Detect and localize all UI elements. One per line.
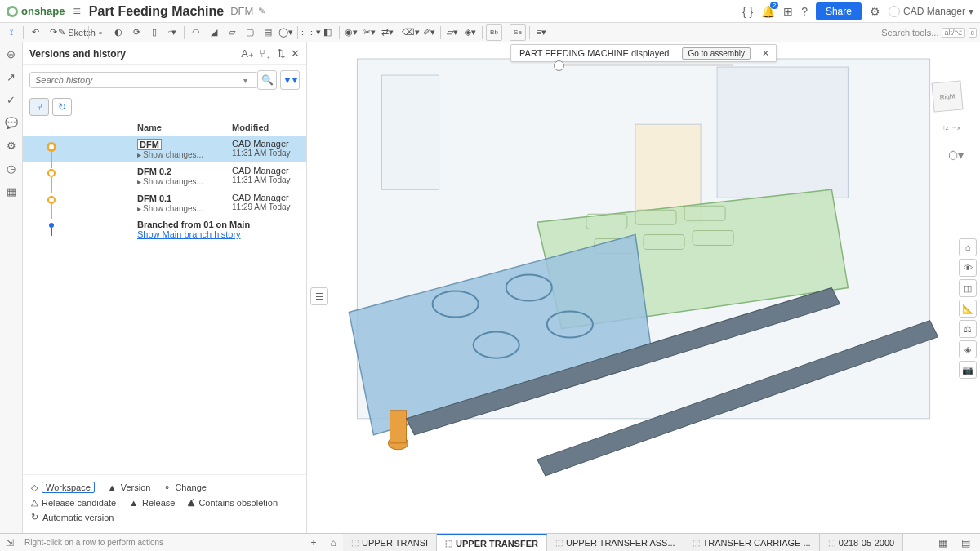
help-icon[interactable]: ? bbox=[801, 5, 808, 18]
transparency-slider[interactable] bbox=[554, 64, 733, 66]
undo-icon[interactable]: ↶ bbox=[27, 24, 43, 41]
show-changes-link[interactable]: ▸ Show changes... bbox=[137, 177, 225, 186]
history-row[interactable]: DFM 0.1 ▸ Show changes... CAD Manager 11… bbox=[23, 189, 306, 216]
tab-grid-icon[interactable]: ▦ bbox=[933, 534, 952, 552]
tab[interactable]: ⬚UPPER TRANSFER ASS... bbox=[547, 534, 684, 552]
filter-button[interactable]: ▼▾ bbox=[280, 70, 300, 90]
avatar-icon bbox=[889, 6, 900, 17]
display-icon[interactable]: ◈ bbox=[959, 340, 977, 358]
sweep-icon[interactable]: ⟳ bbox=[128, 24, 145, 41]
delete-icon[interactable]: ⌫▾ bbox=[403, 24, 419, 41]
variable-icon[interactable]: ≡▾ bbox=[533, 24, 550, 41]
modify-icon[interactable]: ✐▾ bbox=[421, 24, 437, 41]
shell-icon[interactable]: ▢ bbox=[242, 24, 258, 41]
share-button[interactable]: Share bbox=[816, 2, 862, 20]
view-cube-face[interactable]: Right bbox=[931, 80, 963, 112]
comment-icon[interactable]: 💬 bbox=[3, 114, 20, 131]
branch-icon[interactable]: ⑂₊ bbox=[259, 47, 272, 60]
branch-text: Branched from 01 on Main bbox=[137, 220, 250, 229]
col-header-modified: Modified bbox=[232, 122, 306, 132]
plane-icon[interactable]: ▱▾ bbox=[444, 24, 461, 41]
apps-icon[interactable]: ⊞ bbox=[783, 5, 793, 18]
tree-icon[interactable]: ⟟ bbox=[3, 24, 20, 41]
features-icon[interactable]: ⊕ bbox=[3, 46, 20, 62]
gear-icon[interactable]: ⚙ bbox=[3, 137, 20, 153]
part-studio-icon: ⬚ bbox=[555, 538, 563, 547]
tab[interactable]: ⬚TRANSFER CARRIAGE ... bbox=[684, 534, 820, 552]
create-version-icon[interactable]: A₊ bbox=[241, 47, 254, 60]
clock-icon[interactable]: ◷ bbox=[3, 160, 20, 176]
tab-list-icon[interactable]: ▤ bbox=[956, 534, 975, 552]
home-tab-icon[interactable]: ⌂ bbox=[323, 534, 343, 552]
surface-icon[interactable]: ◈▾ bbox=[462, 24, 479, 41]
search-tools[interactable]: Search tools... alt/⌥ c bbox=[881, 28, 977, 38]
camera-icon[interactable]: 📷 bbox=[959, 361, 977, 379]
isometric-icon[interactable]: ⬡▾ bbox=[948, 149, 964, 162]
history-row[interactable]: DFM ▸ Show changes... CAD Manager 11:31 … bbox=[23, 136, 306, 162]
brand-text: onshape bbox=[21, 5, 65, 17]
fillet-icon[interactable]: ◠ bbox=[188, 24, 204, 41]
menu-icon[interactable]: ≡ bbox=[73, 4, 80, 19]
hide-icon[interactable]: ⌂ bbox=[959, 238, 977, 256]
table-icon[interactable]: ▦ bbox=[3, 183, 20, 199]
split-icon[interactable]: ✂▾ bbox=[361, 24, 377, 41]
view-cube[interactable]: Right bbox=[924, 75, 970, 121]
revolve-icon[interactable]: ◐ bbox=[110, 24, 127, 41]
settings-icon[interactable]: ⚙ bbox=[870, 5, 880, 18]
legend-workspace: Workspace bbox=[42, 482, 95, 493]
refresh-mode-icon[interactable]: ↻ bbox=[52, 98, 72, 116]
dropdown-icon[interactable]: ▾ bbox=[243, 76, 247, 85]
section-icon[interactable]: ◫ bbox=[959, 279, 977, 297]
loft-icon[interactable]: ▯ bbox=[146, 24, 163, 41]
search-button[interactable]: 🔍 bbox=[257, 70, 277, 90]
sketch-button[interactable]: ✎ Sketch bbox=[69, 24, 85, 41]
mass-icon[interactable]: ⚖ bbox=[959, 320, 977, 338]
notification-close-icon[interactable]: ✕ bbox=[755, 48, 776, 59]
mirror-icon[interactable]: ◧ bbox=[319, 24, 336, 41]
branch-link[interactable]: Show Main branch history bbox=[137, 229, 250, 239]
dock-icon[interactable]: ⇲ bbox=[0, 534, 20, 552]
user-menu[interactable]: CAD Manager ▾ bbox=[889, 6, 973, 17]
history-search-input[interactable] bbox=[29, 72, 258, 88]
edit-icon[interactable]: ✎ bbox=[258, 6, 265, 16]
thicken-icon[interactable]: ▫▾ bbox=[164, 24, 180, 41]
canvas-viewport[interactable]: PART FEEDING MACHINE displayed Go to ass… bbox=[307, 42, 980, 533]
rib-icon[interactable]: ▤ bbox=[260, 24, 276, 41]
graph-mode-icon[interactable]: ⑂ bbox=[29, 98, 49, 116]
add-tab-icon[interactable]: + bbox=[304, 534, 323, 552]
frame-icon[interactable]: Se bbox=[510, 24, 526, 41]
tab-label: UPPER TRANSI bbox=[362, 538, 428, 548]
show-changes-link[interactable]: ▸ Show changes... bbox=[137, 204, 225, 213]
close-panel-icon[interactable]: ✕ bbox=[291, 47, 300, 60]
compare-icon[interactable]: ⇅ bbox=[277, 47, 286, 60]
go-to-assembly-button[interactable]: Go to assembly bbox=[682, 47, 750, 60]
draft-icon[interactable]: ▱ bbox=[224, 24, 240, 41]
pattern-icon[interactable]: ⋮⋮▾ bbox=[301, 24, 318, 41]
chevron-down-icon: ▾ bbox=[969, 6, 973, 17]
measure-icon[interactable]: 📐 bbox=[959, 300, 977, 318]
braces-icon[interactable]: { } bbox=[742, 5, 753, 18]
svg-rect-17 bbox=[390, 411, 406, 443]
bell-icon[interactable]: 🔔2 bbox=[761, 5, 775, 18]
history-row[interactable]: DFM 0.2 ▸ Show changes... CAD Manager 11… bbox=[23, 162, 306, 189]
tab[interactable]: ⬚0218-05-2000 bbox=[820, 534, 904, 552]
sheet-metal-icon[interactable]: Bb bbox=[486, 24, 502, 41]
insert-icon[interactable]: ↗ bbox=[3, 69, 20, 85]
feature-list-toggle-icon[interactable]: ☰ bbox=[310, 287, 328, 305]
notification-bar: PART FEEDING MACHINE displayed Go to ass… bbox=[510, 44, 777, 62]
transform-icon[interactable]: ⇄▾ bbox=[379, 24, 395, 41]
show-icon[interactable]: 👁 bbox=[959, 259, 977, 277]
chamfer-icon[interactable]: ◢ bbox=[206, 24, 222, 41]
show-changes-link[interactable]: ▸ Show changes... bbox=[137, 150, 225, 159]
history-row-branch[interactable]: Branched from 01 on Main Show Main branc… bbox=[23, 216, 306, 242]
col-header-name: Name bbox=[137, 122, 232, 132]
axis-indicator: ↑z →x bbox=[942, 124, 960, 131]
tab-label: 0218-05-2000 bbox=[839, 538, 895, 548]
boolean-icon[interactable]: ◉▾ bbox=[343, 24, 359, 41]
hole-icon[interactable]: ◯▾ bbox=[278, 24, 294, 41]
logo[interactable]: onshape bbox=[7, 5, 65, 17]
tab[interactable]: ⬚UPPER TRANSI bbox=[343, 534, 437, 552]
extrude-icon[interactable]: ▫ bbox=[92, 24, 109, 41]
tab[interactable]: ⬚UPPER TRANSFER bbox=[437, 534, 547, 552]
check-icon[interactable]: ✓ bbox=[3, 91, 20, 108]
